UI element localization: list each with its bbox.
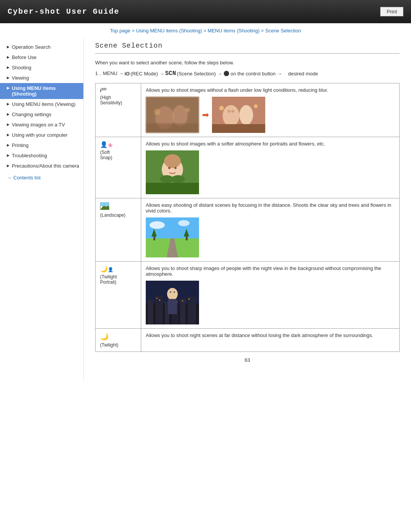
table-row: 🌙 (Twilight) Allows you to shoot night s… bbox=[96, 329, 400, 352]
arrow-icon: ➡ bbox=[202, 110, 209, 120]
header: Cyber-shot User Guide Print bbox=[0, 0, 411, 23]
scene-desc-twilight-portrait: Allows you to shoot sharp images of peop… bbox=[141, 262, 400, 329]
svg-rect-50 bbox=[168, 299, 177, 314]
scene-desc-landscape: Allows easy shooting of distant scenes b… bbox=[141, 198, 400, 262]
iso-image-before bbox=[146, 97, 199, 133]
soft-snap-icon: 👤🌸 (SoftSnap) bbox=[100, 141, 136, 160]
circle-button-icon bbox=[224, 71, 229, 76]
breadcrumb-menu-items[interactable]: MENU items (Shooting) bbox=[208, 28, 260, 34]
svg-point-8 bbox=[223, 105, 239, 126]
landscape-image bbox=[146, 217, 395, 257]
intro-text: When you want to select another scene, f… bbox=[95, 60, 400, 66]
svg-rect-42 bbox=[188, 297, 196, 324]
scene-icon-cell-landscape: (Landscape) bbox=[96, 198, 141, 262]
scene-desc-soft-snap: Allows you to shoot images with a softer… bbox=[141, 137, 400, 198]
svg-point-13 bbox=[219, 106, 224, 110]
svg-rect-47 bbox=[182, 300, 183, 301]
breadcrumb-top[interactable]: Top page bbox=[110, 28, 131, 34]
scene-desc-iso: Allows you to shoot images without a fla… bbox=[141, 83, 400, 137]
sidebar-item-viewing[interactable]: Viewing bbox=[0, 73, 83, 83]
scene-icon-cell-iso: iSO (HighSensitivity) bbox=[96, 83, 141, 137]
svg-rect-41 bbox=[180, 299, 186, 324]
svg-rect-37 bbox=[148, 300, 153, 324]
breadcrumb: Top page > Using MENU items (Shooting) >… bbox=[0, 23, 411, 38]
svg-rect-48 bbox=[188, 299, 190, 299]
soft-snap-image bbox=[146, 150, 395, 194]
menu-rec-icon: iO bbox=[124, 71, 130, 77]
twilight-portrait-icon: 🌙👤 (TwilightPortrait) bbox=[100, 265, 136, 285]
svg-rect-20 bbox=[146, 183, 199, 194]
soft-snap-image-box bbox=[146, 150, 199, 194]
scn-icon: SCN bbox=[165, 70, 176, 77]
iso-images: ➡ bbox=[146, 97, 395, 133]
svg-point-10 bbox=[228, 110, 231, 113]
twilight-icon: 🌙 (Twilight) bbox=[100, 332, 136, 348]
svg-rect-6 bbox=[146, 97, 199, 133]
print-button[interactable]: Print bbox=[380, 7, 403, 16]
svg-point-9 bbox=[239, 105, 253, 125]
table-row: iSO (HighSensitivity) Allows you to shoo… bbox=[96, 83, 400, 137]
sidebar-item-using-menu-shooting[interactable]: Using MENU items (Shooting) bbox=[0, 83, 83, 99]
svg-point-21 bbox=[168, 167, 170, 169]
breadcrumb-using-menu[interactable]: Using MENU items (Shooting) bbox=[136, 28, 202, 34]
svg-point-52 bbox=[174, 291, 175, 293]
step-scene-selection: (Scene Selection) → bbox=[177, 71, 222, 77]
step-desired-mode: desired mode bbox=[284, 71, 318, 77]
svg-point-17 bbox=[164, 154, 181, 168]
svg-rect-12 bbox=[212, 124, 265, 133]
twilight-portrait-image-box bbox=[146, 281, 199, 324]
soft-snap-desc-text: Allows you to shoot images with a softer… bbox=[146, 141, 395, 147]
twilight-portrait-desc-text: Allows you to shoot sharp images of peop… bbox=[146, 265, 395, 277]
breadcrumb-scene-selection[interactable]: Scene Selection bbox=[265, 28, 301, 34]
scene-icon-cell-soft-snap: 👤🌸 (SoftSnap) bbox=[96, 137, 141, 198]
table-row: 🌙👤 (TwilightPortrait) Allows you to shoo… bbox=[96, 262, 400, 329]
iso-icon: iSO (HighSensitivity) bbox=[100, 87, 136, 105]
table-row: 👤🌸 (SoftSnap) Allows you to shoot images… bbox=[96, 137, 400, 198]
iso-desc-text: Allows you to shoot images without a fla… bbox=[146, 87, 395, 93]
svg-rect-43 bbox=[156, 298, 158, 299]
scene-table: iSO (HighSensitivity) Allows you to shoo… bbox=[95, 83, 400, 352]
page-number: 63 bbox=[95, 352, 400, 368]
sidebar-item-before-use[interactable]: Before Use bbox=[0, 52, 83, 62]
app-title: Cyber-shot User Guide bbox=[8, 7, 119, 16]
svg-point-22 bbox=[174, 167, 177, 169]
twilight-portrait-image bbox=[146, 281, 395, 324]
svg-point-11 bbox=[231, 110, 234, 113]
svg-point-29 bbox=[150, 221, 165, 229]
table-row: (Landscape) Allows easy shooting of dist… bbox=[96, 198, 400, 262]
page-title: Scene Selection bbox=[95, 42, 400, 54]
sidebar-item-printing[interactable]: Printing bbox=[0, 140, 83, 150]
svg-rect-25 bbox=[100, 202, 109, 206]
sidebar-item-using-menu-viewing[interactable]: Using MENU items (Viewing) bbox=[0, 99, 83, 109]
scene-icon-cell-twilight: 🌙 (Twilight) bbox=[96, 329, 141, 352]
step1: 1．MENU → iO (REC Mode) → SCN (Scene Sele… bbox=[95, 70, 400, 77]
sidebar-item-viewing-images-tv[interactable]: Viewing images on a TV bbox=[0, 120, 83, 130]
svg-rect-44 bbox=[159, 300, 160, 300]
landscape-image-box bbox=[146, 217, 199, 257]
sidebar-item-troubleshooting[interactable]: Troubleshooting bbox=[0, 150, 83, 161]
main-layout: Operation Search Before Use Shooting Vie… bbox=[0, 38, 411, 380]
landscape-desc-text: Allows easy shooting of distant scenes b… bbox=[146, 202, 395, 214]
sidebar-item-operation-search[interactable]: Operation Search bbox=[0, 42, 83, 52]
svg-point-14 bbox=[254, 104, 258, 108]
svg-point-49 bbox=[167, 288, 178, 300]
twilight-desc-text: Allows you to shoot night scenes at far … bbox=[146, 332, 395, 338]
scene-desc-twilight: Allows you to shoot night scenes at far … bbox=[141, 329, 400, 352]
svg-point-30 bbox=[178, 220, 190, 226]
svg-point-51 bbox=[170, 291, 171, 293]
sidebar: Operation Search Before Use Shooting Vie… bbox=[0, 38, 84, 380]
iso-image-after bbox=[212, 97, 265, 133]
sidebar-item-shooting[interactable]: Shooting bbox=[0, 62, 83, 73]
sidebar-item-precautions[interactable]: Precautions/About this camera bbox=[0, 161, 83, 171]
step-control: on the control button → bbox=[231, 71, 282, 77]
sidebar-item-changing-settings[interactable]: Changing settings bbox=[0, 109, 83, 120]
content-area: Scene Selection When you want to select … bbox=[84, 38, 411, 380]
step-rec-mode: (REC Mode) → bbox=[131, 71, 164, 77]
svg-point-19 bbox=[171, 175, 185, 183]
step-prefix: 1．MENU → bbox=[95, 70, 124, 77]
scene-icon-cell-twilight-portrait: 🌙👤 (TwilightPortrait) bbox=[96, 262, 141, 329]
contents-list-link[interactable]: Contents list bbox=[0, 171, 83, 183]
landscape-icon: (Landscape) bbox=[100, 202, 136, 218]
sidebar-item-using-computer[interactable]: Using with your computer bbox=[0, 130, 83, 140]
